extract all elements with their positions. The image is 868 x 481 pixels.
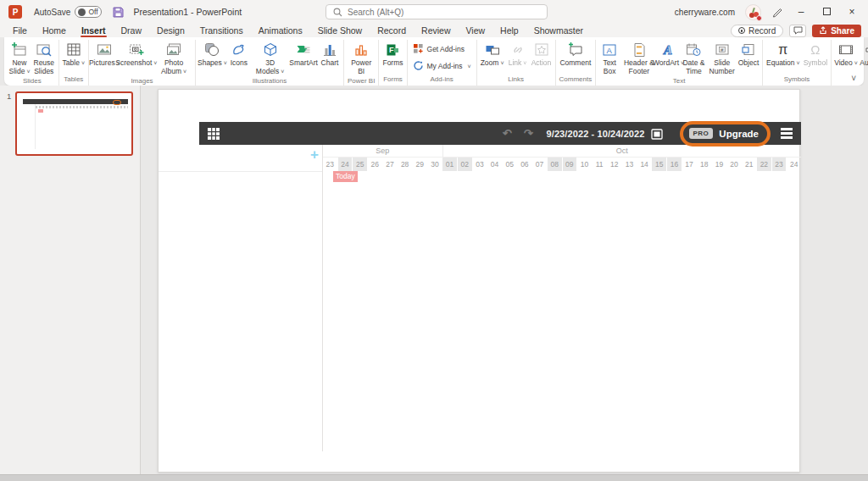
get-addins-button[interactable]: Get Add-ins [413, 43, 471, 54]
autosave-toggle[interactable]: AutoSave Off [34, 6, 102, 18]
ribbon-tab[interactable]: Slide Show [310, 24, 370, 37]
calendar-icon[interactable] [651, 128, 663, 140]
account-name[interactable]: cherryware.com [675, 8, 735, 17]
day-cell: 18 [696, 158, 711, 171]
ribbon-tab[interactable]: Insert [74, 24, 114, 37]
group-comments: Comment Comments [556, 40, 597, 86]
text-box-button[interactable]: A Text Box [598, 40, 621, 76]
comment-button[interactable]: Comment [558, 40, 593, 68]
icons-button[interactable]: Icons [227, 40, 251, 68]
pictures-button[interactable]: Pictures [91, 40, 119, 68]
avatar[interactable] [745, 4, 761, 20]
icons-icon [231, 41, 248, 58]
search-icon [333, 8, 342, 17]
minimize-button[interactable]: – [793, 6, 809, 18]
ribbon-tab[interactable]: File [5, 24, 35, 37]
slide-canvas[interactable]: 9/23/2022 - 10/24/2022 PRO Upgrade SepOc… [158, 89, 800, 473]
slide-thumbnail[interactable] [15, 91, 133, 156]
link-label: Link [509, 58, 522, 67]
wordart-icon: A [660, 41, 677, 58]
search-bar[interactable] [326, 4, 548, 19]
equation-icon [778, 43, 787, 57]
zoom-button[interactable]: Zoom [479, 40, 506, 68]
ribbon-tab[interactable]: Home [35, 24, 74, 37]
share-button[interactable]: Share [812, 25, 861, 37]
comments-pane-button[interactable] [789, 25, 806, 37]
day-cell: 22 [756, 158, 771, 171]
group-forms: F Forms Forms [379, 40, 407, 86]
chart-button[interactable]: Chart [318, 40, 342, 68]
symbol-label: Symbol [804, 58, 827, 67]
ribbon-tab[interactable]: Draw [114, 24, 150, 37]
save-icon[interactable] [112, 6, 125, 19]
toggle-knob-icon [78, 8, 86, 16]
day-cell: 17 [682, 158, 697, 171]
record-button[interactable]: Record [731, 25, 783, 37]
3d-models-button[interactable]: 3D Models [251, 40, 289, 76]
ribbon-tab-row: FileHomeInsertDrawDesignTransitionsAnima… [0, 24, 868, 37]
equation-button[interactable]: Equation [765, 40, 802, 68]
hamburger-menu-icon[interactable] [781, 128, 793, 139]
group-label-symbols: Symbols [765, 75, 829, 86]
grid-menu-icon[interactable] [207, 127, 220, 141]
date-range[interactable]: 9/23/2022 - 10/24/2022 [547, 129, 645, 139]
dropdown-caret-icon [181, 67, 186, 75]
undo-icon[interactable] [503, 128, 512, 139]
group-slides: New Slide Reuse Slides Slides [6, 40, 59, 86]
my-addins-button[interactable]: My Add-ins [413, 60, 471, 71]
forms-button[interactable]: F Forms [381, 40, 404, 68]
ribbon-tab[interactable]: Animations [251, 24, 310, 37]
slide-thumbnail-panel: 1 [0, 86, 141, 474]
add-task-button[interactable] [310, 147, 319, 162]
group-images: Pictures Screenshot Photo Album Images [89, 40, 196, 86]
maximize-button[interactable] [819, 6, 834, 18]
audio-button[interactable]: Audio [859, 40, 868, 68]
photo-album-button[interactable]: Photo Album [154, 40, 193, 76]
ribbon-tab[interactable]: Design [149, 24, 192, 37]
search-input[interactable] [348, 8, 540, 17]
dropdown-caret-icon [521, 58, 526, 67]
symbol-icon [810, 43, 820, 56]
reuse-slides-button[interactable]: Reuse Slides [31, 40, 57, 76]
object-button[interactable]: Object [737, 40, 760, 68]
video-button[interactable]: Video [833, 40, 859, 68]
ribbon-tab[interactable]: View [458, 24, 492, 37]
day-cell: 25 [352, 158, 367, 171]
shapes-button[interactable]: Shapes [198, 40, 227, 68]
new-slide-icon [11, 41, 28, 58]
date-time-icon [685, 41, 702, 58]
ribbon-tab[interactable]: Record [370, 24, 414, 37]
group-label-links: Links [479, 75, 554, 86]
today-marker: Today [333, 171, 358, 182]
status-bar-edge [0, 474, 868, 481]
close-button[interactable]: × [844, 6, 860, 18]
day-cell: 24 [786, 158, 801, 171]
ribbon-tab[interactable]: Review [414, 24, 458, 37]
screenshot-button[interactable]: Screenshot [119, 40, 154, 68]
reuse-slides-icon [36, 41, 53, 58]
ribbon-tab[interactable]: Showmaster [526, 24, 591, 37]
power-bi-button[interactable]: Power BI [346, 40, 376, 76]
ink-pen-icon[interactable] [771, 6, 783, 18]
day-cell: 14 [637, 158, 652, 171]
date-time-button[interactable]: Date & Time [681, 40, 708, 76]
smartart-button[interactable]: SmartArt [289, 40, 318, 68]
autosave-switch[interactable]: Off [75, 6, 102, 18]
upgrade-button[interactable]: Upgrade [719, 129, 759, 139]
redo-icon[interactable] [524, 128, 533, 139]
group-tables: Table Tables [59, 40, 89, 86]
day-cell: 11 [592, 158, 607, 171]
header-footer-button[interactable]: Header & Footer [621, 40, 656, 76]
header-footer-label: Header & Footer [624, 58, 654, 75]
ribbon-tab[interactable]: Help [492, 24, 526, 37]
ribbon-tab[interactable]: Transitions [192, 24, 251, 37]
wordart-button[interactable]: A WordArt [657, 40, 681, 68]
slide-number-button[interactable]: # Slide Number [707, 40, 737, 76]
header-footer-icon [631, 41, 648, 58]
table-label: Table [63, 58, 80, 67]
link-button: Link [506, 40, 530, 68]
video-label: Video [834, 58, 853, 67]
collapse-ribbon-chevron-icon[interactable] [851, 74, 856, 83]
table-button[interactable]: Table [61, 40, 86, 68]
new-slide-button[interactable]: New Slide [8, 40, 31, 76]
